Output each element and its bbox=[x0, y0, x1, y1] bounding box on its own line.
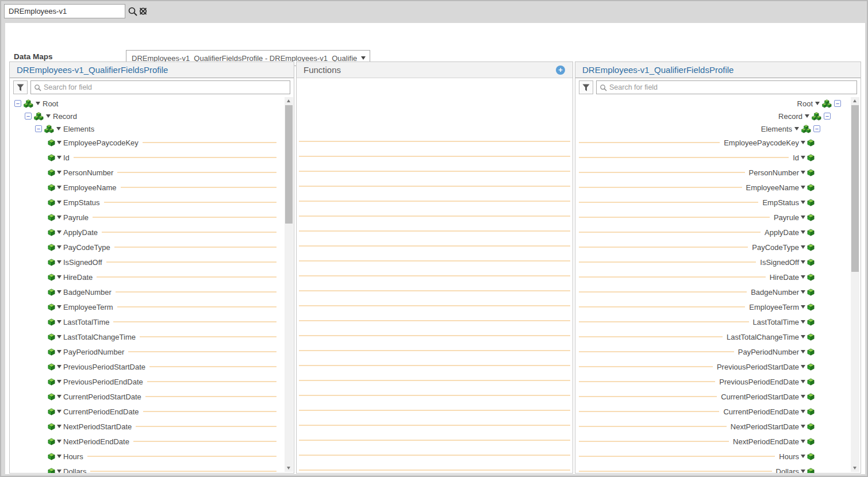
search-icon[interactable] bbox=[128, 6, 138, 17]
chevron-down-icon[interactable] bbox=[57, 245, 62, 249]
source-field-row[interactable]: IsSignedOff bbox=[10, 255, 294, 270]
clear-search-icon[interactable] bbox=[138, 6, 148, 17]
source-field-row[interactable]: NextPeriodEndDate bbox=[10, 434, 294, 449]
target-field-row[interactable]: ApplyDate bbox=[575, 225, 861, 240]
source-field-row[interactable]: PersonNumber bbox=[10, 165, 294, 180]
chevron-down-icon[interactable] bbox=[794, 127, 799, 130]
tree-node-root[interactable]: Root− bbox=[575, 97, 861, 110]
source-field-row[interactable]: EmployeeTerm bbox=[10, 299, 294, 314]
source-search-input[interactable] bbox=[44, 83, 287, 91]
chevron-down-icon[interactable] bbox=[36, 102, 40, 105]
chevron-down-icon[interactable] bbox=[801, 365, 805, 368]
source-field-row[interactable]: CurrentPeriodEndDate bbox=[10, 404, 294, 419]
tree-node-root[interactable]: −Root bbox=[10, 97, 294, 110]
chevron-down-icon[interactable] bbox=[57, 455, 62, 458]
tree-node-elements[interactable]: Elements− bbox=[575, 122, 861, 135]
chevron-down-icon[interactable] bbox=[801, 245, 805, 249]
chevron-down-icon[interactable] bbox=[57, 216, 62, 219]
chevron-down-icon[interactable] bbox=[801, 156, 805, 159]
chevron-down-icon[interactable] bbox=[57, 275, 62, 279]
scrollbar-thumb[interactable] bbox=[851, 105, 859, 272]
chevron-down-icon[interactable] bbox=[57, 230, 62, 234]
chevron-down-icon[interactable] bbox=[57, 470, 62, 473]
source-field-row[interactable]: PayPeriodNumber bbox=[10, 344, 294, 359]
add-function-button[interactable]: + bbox=[556, 66, 565, 75]
tree-node-record[interactable]: Record− bbox=[575, 110, 861, 122]
chevron-down-icon[interactable] bbox=[57, 305, 62, 309]
chevron-down-icon[interactable] bbox=[801, 410, 805, 413]
chevron-down-icon[interactable] bbox=[801, 320, 805, 324]
chevron-down-icon[interactable] bbox=[57, 395, 62, 398]
chevron-down-icon[interactable] bbox=[801, 350, 805, 353]
chevron-down-icon[interactable] bbox=[57, 365, 62, 368]
target-field-row[interactable]: Hours bbox=[575, 449, 861, 464]
chevron-down-icon[interactable] bbox=[57, 320, 62, 324]
target-field-row[interactable]: EmployeeTerm bbox=[575, 299, 861, 314]
chevron-down-icon[interactable] bbox=[57, 141, 62, 144]
chevron-down-icon[interactable] bbox=[57, 156, 62, 159]
filter-button[interactable] bbox=[13, 80, 28, 94]
chevron-down-icon[interactable] bbox=[57, 440, 62, 443]
chevron-down-icon[interactable] bbox=[56, 127, 61, 130]
target-field-row[interactable]: CurrentPeriodStartDate bbox=[575, 389, 861, 404]
chevron-down-icon[interactable] bbox=[815, 102, 820, 105]
target-field-row[interactable]: PayPeriodNumber bbox=[575, 344, 861, 359]
scroll-down-icon[interactable] bbox=[851, 464, 859, 472]
target-field-row[interactable]: EmployeePaycodeKey bbox=[575, 135, 861, 150]
tree-node-elements[interactable]: −Elements bbox=[10, 122, 294, 135]
source-field-row[interactable]: PreviousPeriodStartDate bbox=[10, 359, 294, 374]
collapse-icon[interactable]: − bbox=[14, 100, 21, 107]
chevron-down-icon[interactable] bbox=[801, 201, 805, 204]
target-field-row[interactable]: NextPeriodStartDate bbox=[575, 419, 861, 434]
chevron-down-icon[interactable] bbox=[57, 201, 62, 204]
collapse-icon[interactable]: − bbox=[824, 113, 831, 120]
chevron-down-icon[interactable] bbox=[801, 171, 805, 174]
chevron-down-icon[interactable] bbox=[801, 395, 805, 398]
collapse-icon[interactable]: − bbox=[35, 125, 42, 132]
datamap-search-input[interactable] bbox=[4, 4, 125, 18]
chevron-down-icon[interactable] bbox=[801, 380, 805, 383]
source-field-row[interactable]: NextPeriodStartDate bbox=[10, 419, 294, 434]
source-field-row[interactable]: Hours bbox=[10, 449, 294, 464]
target-search-input[interactable] bbox=[609, 83, 854, 91]
source-field-row[interactable]: BadgeNumber bbox=[10, 284, 294, 299]
target-field-row[interactable]: HireDate bbox=[575, 270, 861, 284]
chevron-down-icon[interactable] bbox=[801, 260, 805, 264]
source-field-row[interactable]: PreviousPeriodEndDate bbox=[10, 374, 294, 389]
chevron-down-icon[interactable] bbox=[57, 350, 62, 353]
source-field-row[interactable]: HireDate bbox=[10, 270, 294, 284]
chevron-down-icon[interactable] bbox=[57, 425, 62, 428]
target-field-row[interactable]: PreviousPeriodStartDate bbox=[575, 359, 861, 374]
chevron-down-icon[interactable] bbox=[57, 171, 62, 174]
source-field-row[interactable]: EmployeeName bbox=[10, 180, 294, 195]
chevron-down-icon[interactable] bbox=[57, 335, 62, 338]
target-field-row[interactable]: BadgeNumber bbox=[575, 284, 861, 299]
chevron-down-icon[interactable] bbox=[57, 186, 62, 189]
chevron-down-icon[interactable] bbox=[801, 275, 805, 279]
target-field-row[interactable]: PreviousPeriodEndDate bbox=[575, 374, 861, 389]
source-scrollbar[interactable] bbox=[285, 97, 293, 472]
chevron-down-icon[interactable] bbox=[801, 425, 805, 428]
chevron-down-icon[interactable] bbox=[46, 114, 51, 118]
chevron-down-icon[interactable] bbox=[801, 216, 805, 219]
scroll-up-icon[interactable] bbox=[851, 97, 859, 105]
target-field-row[interactable]: PersonNumber bbox=[575, 165, 861, 180]
source-field-row[interactable]: CurrentPeriodStartDate bbox=[10, 389, 294, 404]
chevron-down-icon[interactable] bbox=[801, 230, 805, 234]
source-field-row[interactable]: PayCodeType bbox=[10, 240, 294, 255]
source-field-row[interactable]: ApplyDate bbox=[10, 225, 294, 240]
target-field-row[interactable]: LastTotalTime bbox=[575, 314, 861, 329]
target-field-row[interactable]: PayCodeType bbox=[575, 240, 861, 255]
collapse-icon[interactable]: − bbox=[813, 125, 820, 132]
chevron-down-icon[interactable] bbox=[805, 114, 809, 118]
target-scrollbar[interactable] bbox=[851, 97, 859, 472]
chevron-down-icon[interactable] bbox=[801, 470, 805, 473]
target-field-row[interactable]: Dollars bbox=[575, 464, 861, 473]
source-field-row[interactable]: LastTotalTime bbox=[10, 314, 294, 329]
chevron-down-icon[interactable] bbox=[801, 335, 805, 338]
chevron-down-icon[interactable] bbox=[801, 440, 805, 443]
target-field-row[interactable]: EmpStatus bbox=[575, 195, 861, 210]
target-field-row[interactable]: CurrentPeriodEndDate bbox=[575, 404, 861, 419]
chevron-down-icon[interactable] bbox=[57, 290, 62, 294]
collapse-icon[interactable]: − bbox=[25, 113, 32, 120]
